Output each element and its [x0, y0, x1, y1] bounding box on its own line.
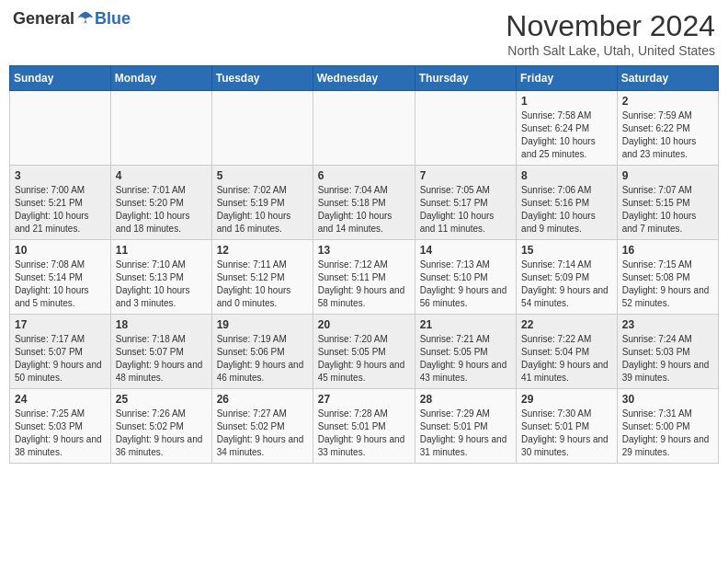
calendar-cell: 16Sunrise: 7:15 AM Sunset: 5:08 PM Dayli…	[617, 240, 718, 315]
calendar-week-1: 3Sunrise: 7:00 AM Sunset: 5:21 PM Daylig…	[10, 166, 719, 240]
day-number: 12	[217, 244, 308, 257]
day-number: 18	[116, 318, 207, 331]
day-info: Sunrise: 7:30 AM Sunset: 5:01 PM Dayligh…	[521, 408, 612, 459]
day-info: Sunrise: 7:25 AM Sunset: 5:03 PM Dayligh…	[15, 408, 106, 459]
day-number: 17	[15, 318, 106, 331]
calendar-cell	[211, 91, 313, 166]
calendar-body: 1Sunrise: 7:58 AM Sunset: 6:24 PM Daylig…	[10, 91, 719, 464]
day-number: 25	[116, 393, 207, 406]
day-info: Sunrise: 7:15 AM Sunset: 5:08 PM Dayligh…	[622, 259, 713, 310]
calendar-cell: 23Sunrise: 7:24 AM Sunset: 5:03 PM Dayli…	[617, 315, 718, 389]
day-number: 1	[521, 95, 612, 108]
day-info: Sunrise: 7:14 AM Sunset: 5:09 PM Dayligh…	[521, 259, 612, 310]
day-header-saturday: Saturday	[617, 66, 718, 91]
calendar-cell: 10Sunrise: 7:08 AM Sunset: 5:14 PM Dayli…	[10, 240, 111, 315]
day-header-tuesday: Tuesday	[211, 66, 313, 91]
day-number: 29	[521, 393, 612, 406]
day-info: Sunrise: 7:00 AM Sunset: 5:21 PM Dayligh…	[15, 184, 106, 236]
day-header-thursday: Thursday	[415, 66, 516, 91]
day-info: Sunrise: 7:21 AM Sunset: 5:05 PM Dayligh…	[420, 333, 511, 385]
logo: General Blue	[13, 9, 131, 29]
day-info: Sunrise: 7:29 AM Sunset: 5:01 PM Dayligh…	[420, 408, 511, 459]
day-number: 9	[622, 169, 713, 182]
day-number: 23	[622, 318, 713, 331]
calendar-cell	[415, 91, 516, 166]
day-number: 13	[318, 244, 410, 257]
logo-blue-text: Blue	[95, 9, 131, 29]
day-info: Sunrise: 7:08 AM Sunset: 5:14 PM Dayligh…	[15, 259, 106, 310]
location-title: North Salt Lake, Utah, United States	[506, 43, 715, 58]
calendar-cell: 13Sunrise: 7:12 AM Sunset: 5:11 PM Dayli…	[313, 240, 415, 315]
calendar-cell	[10, 91, 111, 166]
day-number: 28	[420, 393, 511, 406]
calendar-cell: 2Sunrise: 7:59 AM Sunset: 6:22 PM Daylig…	[617, 91, 718, 166]
day-info: Sunrise: 7:26 AM Sunset: 5:02 PM Dayligh…	[116, 408, 207, 459]
calendar-cell: 6Sunrise: 7:04 AM Sunset: 5:18 PM Daylig…	[313, 166, 415, 240]
day-info: Sunrise: 7:13 AM Sunset: 5:10 PM Dayligh…	[420, 259, 511, 310]
day-header-sunday: Sunday	[10, 66, 111, 91]
day-info: Sunrise: 7:05 AM Sunset: 5:17 PM Dayligh…	[420, 184, 511, 236]
calendar-cell: 17Sunrise: 7:17 AM Sunset: 5:07 PM Dayli…	[10, 315, 111, 389]
day-info: Sunrise: 7:24 AM Sunset: 5:03 PM Dayligh…	[622, 333, 713, 385]
day-info: Sunrise: 7:17 AM Sunset: 5:07 PM Dayligh…	[15, 333, 106, 385]
day-number: 8	[521, 169, 612, 182]
day-header-friday: Friday	[517, 66, 618, 91]
calendar-cell: 21Sunrise: 7:21 AM Sunset: 5:05 PM Dayli…	[415, 315, 516, 389]
calendar-table: SundayMondayTuesdayWednesdayThursdayFrid…	[9, 65, 719, 464]
month-title: November 2024	[506, 9, 715, 43]
calendar-cell: 29Sunrise: 7:30 AM Sunset: 5:01 PM Dayli…	[517, 389, 618, 464]
day-info: Sunrise: 7:58 AM Sunset: 6:24 PM Dayligh…	[521, 109, 612, 161]
calendar-cell: 4Sunrise: 7:01 AM Sunset: 5:20 PM Daylig…	[110, 166, 211, 240]
logo-general-text: General	[13, 9, 74, 29]
day-info: Sunrise: 7:02 AM Sunset: 5:19 PM Dayligh…	[217, 184, 308, 236]
day-number: 14	[420, 244, 511, 257]
calendar-cell: 12Sunrise: 7:11 AM Sunset: 5:12 PM Dayli…	[211, 240, 313, 315]
calendar-cell: 1Sunrise: 7:58 AM Sunset: 6:24 PM Daylig…	[517, 91, 618, 166]
day-info: Sunrise: 7:22 AM Sunset: 5:04 PM Dayligh…	[521, 333, 612, 385]
calendar-cell: 26Sunrise: 7:27 AM Sunset: 5:02 PM Dayli…	[211, 389, 313, 464]
day-number: 22	[521, 318, 612, 331]
day-number: 21	[420, 318, 511, 331]
day-info: Sunrise: 7:19 AM Sunset: 5:06 PM Dayligh…	[217, 333, 308, 385]
calendar-cell: 5Sunrise: 7:02 AM Sunset: 5:19 PM Daylig…	[211, 166, 313, 240]
calendar-cell	[313, 91, 415, 166]
calendar-cell: 27Sunrise: 7:28 AM Sunset: 5:01 PM Dayli…	[313, 389, 415, 464]
day-info: Sunrise: 7:27 AM Sunset: 5:02 PM Dayligh…	[217, 408, 308, 459]
calendar-cell: 22Sunrise: 7:22 AM Sunset: 5:04 PM Dayli…	[517, 315, 618, 389]
day-number: 26	[217, 393, 308, 406]
day-number: 24	[15, 393, 106, 406]
day-header-monday: Monday	[110, 66, 211, 91]
day-info: Sunrise: 7:06 AM Sunset: 5:16 PM Dayligh…	[521, 184, 612, 236]
calendar-cell: 8Sunrise: 7:06 AM Sunset: 5:16 PM Daylig…	[517, 166, 618, 240]
day-header-wednesday: Wednesday	[313, 66, 415, 91]
day-info: Sunrise: 7:18 AM Sunset: 5:07 PM Dayligh…	[116, 333, 207, 385]
calendar-week-4: 24Sunrise: 7:25 AM Sunset: 5:03 PM Dayli…	[10, 389, 719, 464]
calendar-week-0: 1Sunrise: 7:58 AM Sunset: 6:24 PM Daylig…	[10, 91, 719, 166]
day-info: Sunrise: 7:20 AM Sunset: 5:05 PM Dayligh…	[318, 333, 410, 385]
logo-bird-icon	[76, 10, 95, 29]
calendar-cell: 24Sunrise: 7:25 AM Sunset: 5:03 PM Dayli…	[10, 389, 111, 464]
day-info: Sunrise: 7:28 AM Sunset: 5:01 PM Dayligh…	[318, 408, 410, 459]
day-info: Sunrise: 7:10 AM Sunset: 5:13 PM Dayligh…	[116, 259, 207, 310]
calendar-header: SundayMondayTuesdayWednesdayThursdayFrid…	[10, 66, 719, 91]
calendar-cell: 15Sunrise: 7:14 AM Sunset: 5:09 PM Dayli…	[517, 240, 618, 315]
calendar-week-3: 17Sunrise: 7:17 AM Sunset: 5:07 PM Dayli…	[10, 315, 719, 389]
calendar-cell: 19Sunrise: 7:19 AM Sunset: 5:06 PM Dayli…	[211, 315, 313, 389]
calendar-cell	[110, 91, 211, 166]
day-info: Sunrise: 7:12 AM Sunset: 5:11 PM Dayligh…	[318, 259, 410, 310]
day-info: Sunrise: 7:01 AM Sunset: 5:20 PM Dayligh…	[116, 184, 207, 236]
calendar-cell: 11Sunrise: 7:10 AM Sunset: 5:13 PM Dayli…	[110, 240, 211, 315]
title-block: November 2024 North Salt Lake, Utah, Uni…	[506, 9, 715, 58]
day-number: 4	[116, 169, 207, 182]
day-info: Sunrise: 7:31 AM Sunset: 5:00 PM Dayligh…	[622, 408, 713, 459]
day-info: Sunrise: 7:07 AM Sunset: 5:15 PM Dayligh…	[622, 184, 713, 236]
day-number: 5	[217, 169, 308, 182]
calendar-cell: 3Sunrise: 7:00 AM Sunset: 5:21 PM Daylig…	[10, 166, 111, 240]
page-header: General Blue November 2024 North Salt La…	[9, 9, 719, 58]
calendar-cell: 7Sunrise: 7:05 AM Sunset: 5:17 PM Daylig…	[415, 166, 516, 240]
calendar-week-2: 10Sunrise: 7:08 AM Sunset: 5:14 PM Dayli…	[10, 240, 719, 315]
calendar-cell: 9Sunrise: 7:07 AM Sunset: 5:15 PM Daylig…	[617, 166, 718, 240]
day-number: 15	[521, 244, 612, 257]
day-number: 11	[116, 244, 207, 257]
calendar-cell: 30Sunrise: 7:31 AM Sunset: 5:00 PM Dayli…	[617, 389, 718, 464]
